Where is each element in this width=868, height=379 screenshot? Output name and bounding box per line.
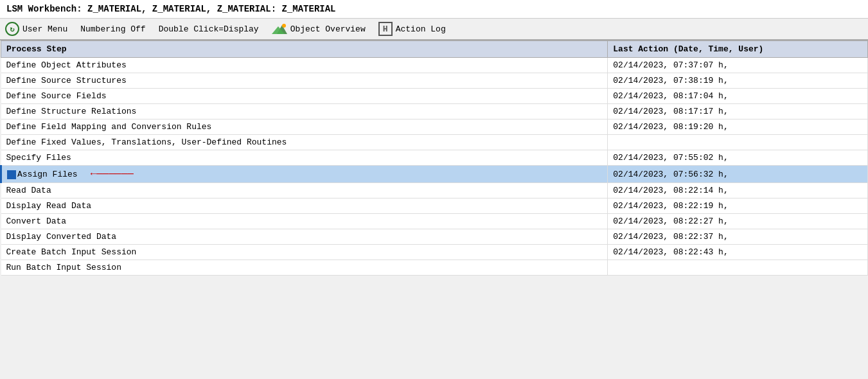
- numbering-off-label: Numbering Off: [80, 24, 145, 34]
- svg-point-2: [282, 24, 286, 28]
- last-action-cell: 02/14/2023, 08:22:27 h,: [608, 214, 868, 229]
- process-step-cell: Define Field Mapping and Conversion Rule…: [1, 119, 608, 135]
- last-action-cell: [608, 260, 868, 276]
- double-click-label: Double Click=Display: [159, 24, 259, 34]
- user-menu-label: User Menu: [22, 24, 67, 34]
- table-row[interactable]: Define Fixed Values, Translations, User-…: [1, 135, 868, 150]
- selected-indicator: [7, 170, 16, 179]
- numbering-off-button[interactable]: Numbering Off: [80, 24, 145, 34]
- object-overview-button[interactable]: Object Overview: [272, 22, 366, 35]
- process-step-cell: Specify Files: [1, 150, 608, 166]
- process-step-cell: Assign Files ←——————: [1, 166, 608, 183]
- page-title: LSM Workbench: Z_MATERIAL, Z_MATERIAL, Z…: [6, 4, 335, 14]
- process-table-container: Process Step Last Action (Date, Time, Us…: [0, 40, 868, 276]
- last-action-cell: 02/14/2023, 08:22:14 h,: [608, 183, 868, 198]
- process-step-cell: Display Read Data: [1, 198, 608, 214]
- table-row[interactable]: Create Batch Input Session02/14/2023, 08…: [1, 245, 868, 260]
- table-row[interactable]: Define Object Attributes02/14/2023, 07:3…: [1, 58, 868, 73]
- table-row[interactable]: Run Batch Input Session: [1, 260, 868, 276]
- last-action-cell: 02/14/2023, 08:22:43 h,: [608, 245, 868, 260]
- object-overview-label: Object Overview: [290, 24, 366, 34]
- user-menu-button[interactable]: ↻ User Menu: [5, 22, 67, 36]
- table-row[interactable]: Define Source Structures02/14/2023, 07:3…: [1, 73, 868, 89]
- mountain-icon: [272, 22, 287, 35]
- process-table: Process Step Last Action (Date, Time, Us…: [0, 40, 868, 276]
- action-log-icon: H: [378, 22, 393, 36]
- action-log-button[interactable]: H Action Log: [378, 22, 446, 36]
- last-action-cell: 02/14/2023, 08:17:04 h,: [608, 89, 868, 104]
- process-step-cell: Define Structure Relations: [1, 104, 608, 119]
- process-step-cell: Define Source Structures: [1, 73, 608, 89]
- process-step-cell: Define Source Fields: [1, 89, 608, 104]
- process-step-cell: Convert Data: [1, 214, 608, 229]
- toolbar: ↻ User Menu Numbering Off Double Click=D…: [0, 19, 868, 40]
- col-process-step: Process Step: [1, 41, 608, 58]
- arrow-indicator: ←——————: [91, 168, 134, 180]
- process-step-cell: Define Object Attributes: [1, 58, 608, 73]
- process-step-cell: Read Data: [1, 183, 608, 198]
- process-step-cell: Run Batch Input Session: [1, 260, 608, 276]
- last-action-cell: 02/14/2023, 07:55:02 h,: [608, 150, 868, 166]
- table-row[interactable]: Convert Data02/14/2023, 08:22:27 h,: [1, 214, 868, 229]
- table-row[interactable]: Define Structure Relations02/14/2023, 08…: [1, 104, 868, 119]
- table-row[interactable]: Display Read Data02/14/2023, 08:22:19 h,: [1, 198, 868, 214]
- last-action-cell: 02/14/2023, 08:22:19 h,: [608, 198, 868, 214]
- title-bar: LSM Workbench: Z_MATERIAL, Z_MATERIAL, Z…: [0, 0, 868, 19]
- process-step-cell: Define Fixed Values, Translations, User-…: [1, 135, 608, 150]
- table-row[interactable]: Display Converted Data02/14/2023, 08:22:…: [1, 229, 868, 245]
- last-action-cell: 02/14/2023, 08:22:37 h,: [608, 229, 868, 245]
- action-log-label: Action Log: [396, 24, 446, 34]
- last-action-cell: 02/14/2023, 07:56:32 h,: [608, 166, 868, 183]
- last-action-cell: [608, 135, 868, 150]
- table-row[interactable]: Assign Files ←——————02/14/2023, 07:56:32…: [1, 166, 868, 183]
- table-row[interactable]: Define Source Fields02/14/2023, 08:17:04…: [1, 89, 868, 104]
- col-last-action: Last Action (Date, Time, User): [608, 41, 868, 58]
- user-menu-icon: ↻: [5, 22, 19, 36]
- table-header-row: Process Step Last Action (Date, Time, Us…: [1, 41, 868, 58]
- double-click-button[interactable]: Double Click=Display: [159, 24, 259, 34]
- table-row[interactable]: Specify Files02/14/2023, 07:55:02 h,: [1, 150, 868, 166]
- last-action-cell: 02/14/2023, 07:38:19 h,: [608, 73, 868, 89]
- process-step-cell: Display Converted Data: [1, 229, 608, 245]
- process-step-cell: Create Batch Input Session: [1, 245, 608, 260]
- last-action-cell: 02/14/2023, 08:19:20 h,: [608, 119, 868, 135]
- last-action-cell: 02/14/2023, 08:17:17 h,: [608, 104, 868, 119]
- table-row[interactable]: Define Field Mapping and Conversion Rule…: [1, 119, 868, 135]
- table-row[interactable]: Read Data02/14/2023, 08:22:14 h,: [1, 183, 868, 198]
- last-action-cell: 02/14/2023, 07:37:07 h,: [608, 58, 868, 73]
